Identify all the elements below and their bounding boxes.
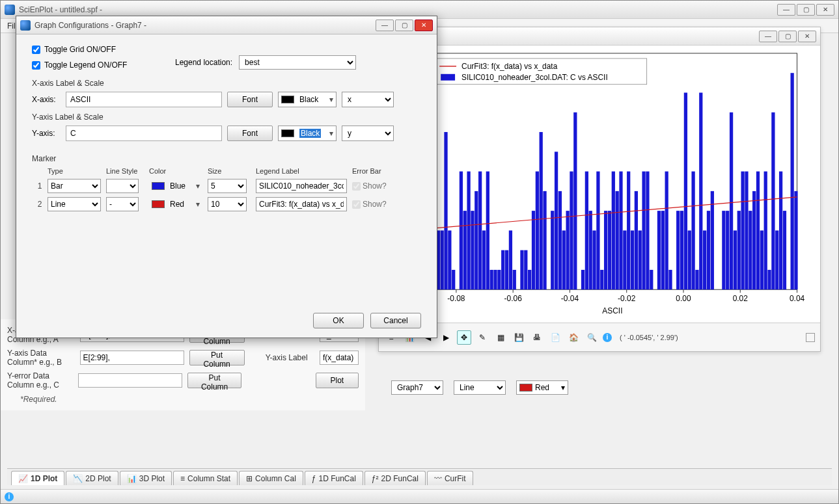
svg-rect-41	[478, 172, 482, 290]
edit-icon[interactable]: ✎	[475, 330, 489, 345]
marker1-ls-select[interactable]	[106, 179, 139, 193]
dialog-icon	[20, 20, 31, 31]
y-col-label: Y-axis Data Column* e.g., B	[7, 349, 75, 367]
marker-row-1: 1 Bar Blue 5 Show?	[32, 179, 421, 193]
ok-button[interactable]: OK	[313, 313, 364, 328]
chart-close-button[interactable]: ✕	[798, 31, 816, 42]
required-note: *Required.	[20, 395, 359, 404]
print-icon[interactable]: 🖶	[530, 330, 544, 345]
svg-text:0.04: 0.04	[790, 294, 805, 303]
svg-rect-57	[543, 191, 546, 289]
marker1-size-select[interactable]: 5	[208, 179, 247, 193]
ylabel-input[interactable]	[320, 351, 359, 365]
y-col-input[interactable]	[80, 351, 184, 365]
resize-grip[interactable]	[806, 333, 815, 342]
y-font-button[interactable]: Font	[227, 126, 273, 141]
color-swatch-icon	[281, 96, 294, 103]
svg-text:ASCII: ASCII	[602, 306, 622, 315]
svg-rect-88	[676, 211, 680, 289]
svg-rect-42	[482, 230, 486, 289]
marker1-label-input[interactable]	[256, 179, 347, 193]
zoom-icon[interactable]: 🔍	[585, 330, 599, 345]
linetype-select[interactable]: Line	[454, 380, 506, 395]
svg-rect-58	[551, 211, 554, 289]
toggle-grid-checkbox[interactable]	[32, 46, 40, 54]
svg-rect-100	[730, 113, 733, 289]
close-button[interactable]: ✕	[816, 4, 834, 16]
y-scale-select[interactable]: y	[342, 126, 394, 141]
tab-3d-plot[interactable]: 📊3D Plot	[120, 471, 172, 485]
svg-rect-84	[657, 211, 661, 289]
y-axis-input[interactable]	[66, 126, 222, 141]
svg-rect-49	[509, 230, 512, 289]
y-color-select[interactable]: Black	[278, 126, 337, 141]
marker-title: Marker	[32, 154, 421, 163]
x-font-button[interactable]: Font	[227, 92, 273, 107]
marker1-show-checkbox[interactable]: Show?	[352, 181, 387, 191]
toggle-legend-checkbox[interactable]	[32, 61, 40, 70]
marker2-type-select[interactable]: Line	[48, 197, 101, 211]
tab-2d-funcal[interactable]: ƒ²2D FunCal	[364, 471, 426, 485]
svg-rect-91	[688, 230, 691, 289]
marker1-type-select[interactable]: Bar	[48, 179, 101, 193]
svg-rect-43	[486, 172, 489, 290]
svg-rect-36	[460, 172, 463, 290]
minimize-button[interactable]: —	[777, 4, 795, 16]
tab-column-stat[interactable]: ≡Column Stat	[173, 471, 238, 485]
svg-rect-83	[650, 270, 653, 289]
chart-min-button[interactable]: —	[759, 31, 777, 42]
pan-icon[interactable]: ✥	[457, 330, 471, 345]
status-info-icon: i	[5, 492, 14, 501]
marker2-label-input[interactable]	[256, 197, 347, 211]
marker1-color-select[interactable]: Blue	[149, 181, 202, 191]
marker2-ls-select[interactable]: -	[106, 197, 139, 211]
tab-1d-funcal[interactable]: ƒ1D FunCal	[305, 471, 363, 485]
legend-location-select[interactable]: best	[239, 55, 356, 70]
y-put-button[interactable]: Put Column	[189, 350, 245, 365]
svg-rect-95	[703, 230, 706, 289]
svg-rect-96	[707, 211, 710, 289]
svg-rect-70	[600, 270, 603, 289]
svg-text:-0.06: -0.06	[504, 294, 523, 303]
save-icon[interactable]: 💾	[512, 330, 526, 345]
copy-icon[interactable]: 📄	[548, 330, 562, 345]
maximize-button[interactable]: ▢	[797, 4, 815, 16]
svg-rect-107	[756, 172, 760, 290]
svg-rect-68	[592, 230, 596, 289]
tab-curfit[interactable]: 〰CurFit	[427, 471, 473, 485]
graph-select[interactable]: Graph7	[391, 380, 443, 395]
dialog-titlebar: Graph Configurations - Graph7 - — ▢ ✕	[16, 16, 437, 34]
svg-rect-89	[680, 211, 683, 289]
svg-rect-33	[444, 132, 447, 289]
chart-toolbar: ≡ 📊 ◀ ▶ ✥ ✎ ▦ 💾 🖶 📄 🏠 🔍 i ( ' -0.0545', …	[379, 323, 820, 351]
tab-2d-plot[interactable]: 📉2D Plot	[66, 471, 118, 485]
x-color-select[interactable]: Black	[278, 92, 337, 107]
tab-1d-plot[interactable]: 📈1D Plot	[11, 471, 64, 485]
svg-rect-35	[452, 270, 455, 289]
svg-rect-64	[573, 113, 577, 289]
svg-rect-105	[749, 211, 752, 289]
marker2-color-select[interactable]: Red	[149, 200, 202, 209]
tab-column-cal[interactable]: ⊞Column Cal	[239, 471, 303, 485]
chart-max-button[interactable]: ▢	[778, 31, 797, 42]
linecolor-select[interactable]: Red ▾	[516, 380, 568, 395]
x-scale-select[interactable]: x	[342, 92, 394, 107]
color-swatch-icon	[281, 129, 294, 137]
yerr-put-button[interactable]: Put Column	[187, 373, 241, 388]
marker2-size-select[interactable]: 10	[208, 197, 247, 211]
chart-area[interactable]: 024681012-0.08-0.06-0.04-0.020.000.020.0…	[385, 47, 814, 319]
svg-rect-65	[581, 270, 585, 289]
plot-button[interactable]: Plot	[316, 373, 359, 388]
dialog-min-button[interactable]: —	[376, 20, 394, 31]
x-axis-input[interactable]	[66, 92, 222, 107]
cancel-button[interactable]: Cancel	[370, 313, 421, 328]
dialog-max-button[interactable]: ▢	[395, 20, 413, 31]
dialog-close-button[interactable]: ✕	[415, 20, 433, 31]
home-icon[interactable]: 🏠	[566, 330, 581, 345]
subplot-icon[interactable]: ▦	[493, 330, 508, 345]
marker2-show-checkbox[interactable]: Show?	[352, 200, 387, 209]
svg-rect-80	[639, 230, 642, 289]
nav-fwd-icon[interactable]: ▶	[439, 330, 453, 345]
svg-rect-52	[524, 250, 527, 290]
yerr-col-input[interactable]	[78, 373, 182, 388]
